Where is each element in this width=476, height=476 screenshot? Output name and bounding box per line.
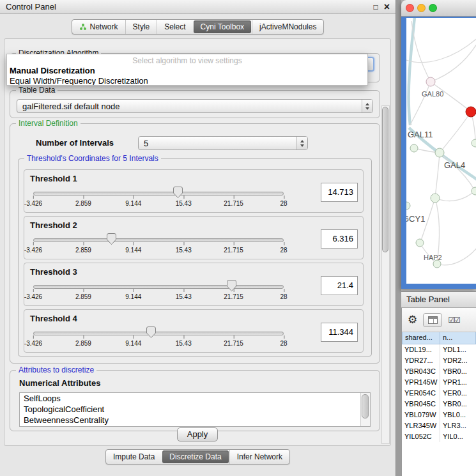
threshold-value-field[interactable]: 11.344 — [321, 323, 358, 342]
node-label-gal80: GAL80 — [422, 90, 443, 98]
node-table: shared... n... YDL19...YDL1...YDR27...YD… — [402, 332, 476, 442]
threshold-value-field[interactable]: 21.4 — [321, 276, 358, 295]
close-icon[interactable]: × — [384, 2, 390, 12]
close-traffic-light[interactable] — [406, 4, 414, 12]
node-gcy1[interactable] — [431, 194, 440, 203]
tab-label: Style — [133, 22, 150, 31]
slider-knob[interactable] — [173, 187, 183, 198]
tick-label: 9.144 — [125, 340, 141, 347]
select-columns-icon[interactable]: ☑☑ — [448, 316, 459, 325]
threshold-slider[interactable]: -3.426 2.859 9.144 15.43 21.715 28 — [33, 187, 284, 210]
table-row[interactable]: YPR145WYPR1... — [402, 377, 476, 388]
list-scrollbar[interactable] — [360, 393, 370, 426]
tab-label: Network — [90, 22, 118, 31]
table-row[interactable]: YLR345WYLR3... — [402, 420, 476, 431]
node-right-2[interactable] — [472, 187, 476, 195]
column-header-name[interactable]: n... — [440, 332, 476, 344]
float-window-icon[interactable]: □ — [373, 3, 378, 11]
tab-impute-data[interactable]: Impute Data — [106, 450, 162, 464]
menu-item-equal-width-frequency[interactable]: Equal Width/Frequency Discretization — [7, 75, 367, 86]
network-window: GAL80 GAL11 GAL4 GCY1 HAP2 — [401, 0, 476, 289]
tab-label: Cyni Toolbox — [201, 22, 244, 31]
tab-infer-network[interactable]: Infer Network — [229, 450, 289, 464]
table-cell: YER054C — [402, 388, 440, 399]
list-item[interactable]: SelfLoops — [20, 393, 370, 404]
number-of-intervals-value: 5 — [139, 139, 296, 148]
tick-label: 21.715 — [224, 247, 243, 254]
slider-track[interactable] — [33, 192, 284, 196]
tab-network[interactable]: Network — [72, 20, 125, 34]
gear-icon[interactable]: ⚙ — [408, 314, 417, 325]
network-canvas[interactable]: GAL80 GAL11 GAL4 GCY1 HAP2 — [406, 18, 476, 284]
menu-item-manual-discretization[interactable]: Manual Discretization — [7, 65, 367, 75]
table-cell: YBR0... — [440, 366, 476, 377]
scrollbar-thumb[interactable] — [382, 107, 388, 252]
threshold-panel: Threshold 4 -3.426 2.859 9.144 15.43 21.… — [24, 309, 364, 353]
scrollbar-thumb[interactable] — [362, 394, 369, 418]
algorithm-placeholder: Select algorithm to view settings — [7, 54, 367, 65]
combo-stepper-icon — [362, 100, 372, 112]
apply-button[interactable]: Apply — [177, 427, 218, 441]
slider-track[interactable] — [33, 285, 284, 289]
tab-style[interactable]: Style — [125, 20, 157, 34]
table-row[interactable]: YIL052CYIL0... — [402, 431, 476, 442]
node-left-1[interactable] — [406, 202, 410, 210]
table-row[interactable]: YBR045CYBR0... — [402, 399, 476, 410]
table-row[interactable]: YBR043CYBR0... — [402, 366, 476, 377]
tab-jactivemnodules[interactable]: jActiveMNodules — [252, 20, 323, 34]
node-gal4[interactable] — [435, 148, 444, 157]
table-cell: YLR3... — [440, 420, 476, 431]
table-cell: YIL052C — [402, 431, 440, 442]
tab-select[interactable]: Select — [157, 20, 192, 34]
table-data-group: Table Data galFiltered.sif default node — [10, 90, 380, 118]
zoom-traffic-light[interactable] — [429, 4, 437, 12]
list-item[interactable]: TopologicalCoefficient — [20, 404, 370, 415]
column-header-shared-name[interactable]: shared... — [402, 332, 440, 344]
table-cell: YBR045C — [402, 399, 440, 410]
columns-button[interactable] — [423, 313, 442, 327]
attributes-group: Attributes to discretize Numerical Attri… — [10, 370, 380, 431]
tab-label: jActiveMNodules — [259, 22, 316, 31]
number-of-intervals-combo[interactable]: 5 — [138, 136, 308, 150]
slider-knob[interactable] — [227, 280, 236, 291]
tab-cyni-toolbox[interactable]: Cyni Toolbox — [194, 20, 251, 33]
tab-label: Discretize Data — [169, 452, 221, 461]
control-panel-titlebar[interactable]: Control Panel □ × — [0, 0, 395, 14]
tab-label: Select — [164, 22, 185, 31]
table-row[interactable]: YDL19...YDL1... — [402, 344, 476, 355]
node-gal80[interactable] — [426, 77, 435, 86]
node-hap2[interactable] — [416, 239, 424, 247]
slider-knob[interactable] — [107, 233, 116, 245]
threshold-value-field[interactable]: 14.713 — [321, 183, 358, 202]
table-row[interactable]: YBL079WYBL0... — [402, 410, 476, 420]
tab-discretize-data[interactable]: Discretize Data — [162, 450, 228, 463]
network-icon — [79, 23, 88, 31]
node-red-selected[interactable] — [466, 107, 476, 117]
table-data-combo[interactable]: galFiltered.sif default node — [17, 99, 373, 113]
threshold-slider[interactable]: -3.426 2.859 9.144 15.43 21.715 28 — [33, 280, 284, 303]
list-item[interactable]: BetweennessCentrality — [20, 415, 370, 426]
minimize-traffic-light[interactable] — [417, 4, 426, 12]
slider-knob[interactable] — [146, 326, 156, 338]
table-row[interactable]: YER054CYER0... — [402, 388, 476, 399]
table-cell: YBL0... — [440, 410, 476, 420]
panel-scrollbar[interactable] — [381, 105, 390, 444]
slider-track[interactable] — [33, 238, 284, 242]
top-tabstrip: Network Style Select Cyni Toolbox jActiv… — [72, 19, 325, 35]
table-header-row: shared... n... — [402, 332, 476, 344]
node-gal11[interactable] — [410, 144, 418, 152]
top-tabbar: Network Style Select Cyni Toolbox jActiv… — [0, 19, 395, 35]
threshold-slider[interactable]: -3.426 2.859 9.144 15.43 21.715 28 — [33, 233, 284, 256]
tick-label: 21.715 — [224, 200, 243, 207]
tick-label: 28 — [280, 247, 287, 254]
threshold-value-field[interactable]: 6.316 — [321, 229, 358, 249]
threshold-slider[interactable]: -3.426 2.859 9.144 15.43 21.715 28 — [33, 326, 284, 349]
node-right-1[interactable] — [472, 139, 476, 147]
threshold-panel: Threshold 2 -3.426 2.859 9.144 15.43 21.… — [24, 216, 364, 259]
slider-track[interactable] — [33, 332, 284, 335]
numerical-attributes-list[interactable]: SelfLoops TopologicalCoefficient Between… — [19, 392, 371, 427]
network-window-titlebar[interactable] — [401, 0, 476, 17]
table-panel-toolbar: ⚙ ☑☑ — [402, 308, 476, 332]
table-panel-header[interactable]: Table Panel — [401, 291, 476, 308]
table-row[interactable]: YDR27...YDR2... — [402, 355, 476, 366]
